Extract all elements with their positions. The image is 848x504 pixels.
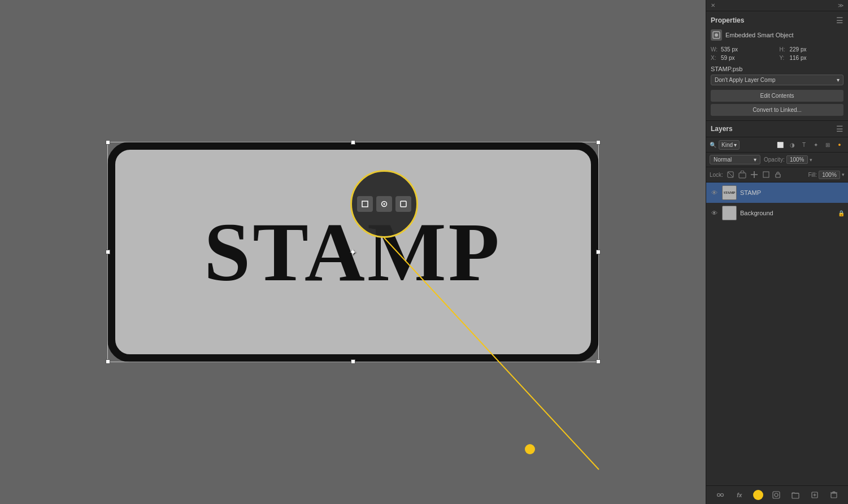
- layer-comp-dropdown[interactable]: Don't Apply Layer Comp ▾: [711, 75, 843, 85]
- lock-artboard-icon[interactable]: [761, 170, 771, 180]
- new-layer-color-icon[interactable]: [753, 490, 763, 500]
- handle-top-left[interactable]: [106, 140, 110, 145]
- layer-item-stamp[interactable]: 👁 STAMP STAMP: [706, 183, 848, 203]
- layers-section: Layers ☰ 🔍 Kind ▾ ⬜ ◑ T ✦ ⊞ ● Normal ▾: [706, 121, 848, 504]
- layers-title: Layers: [711, 125, 733, 133]
- handle-top-right[interactable]: [596, 140, 601, 145]
- layer-mask-icon[interactable]: [771, 489, 782, 501]
- fill-row: Fill: 100% ▾: [808, 171, 845, 179]
- layer-thumb-stamp: STAMP: [722, 185, 737, 200]
- layers-menu-icon[interactable]: ☰: [836, 124, 843, 133]
- filter-text-icon[interactable]: T: [799, 140, 809, 150]
- new-layer-icon[interactable]: [809, 489, 820, 501]
- stamp-filename: STAMP.psb: [711, 66, 843, 72]
- zoom-icon-rect1[interactable]: [357, 196, 373, 212]
- smart-object-label: Embedded Smart Object: [725, 32, 793, 38]
- kind-dropdown[interactable]: Kind ▾: [719, 140, 740, 150]
- properties-close-icon[interactable]: ✕: [711, 2, 715, 8]
- svg-rect-0: [362, 201, 368, 207]
- zoom-icon-circle[interactable]: [376, 196, 392, 212]
- canvas-content: STAMP ✦: [107, 142, 599, 362]
- layer-name-stamp: STAMP: [740, 189, 845, 196]
- svg-point-6: [715, 33, 718, 37]
- layer-fx-icon[interactable]: fx: [734, 489, 745, 501]
- right-panel: ✕ ≫ Properties ☰ Embedded Smart Object W…: [706, 0, 848, 504]
- filter-smartobj-icon[interactable]: ⊞: [823, 140, 833, 150]
- stamp-text: STAMP: [204, 204, 502, 300]
- prop-w-label: W:: [711, 46, 719, 53]
- blend-mode-dropdown[interactable]: Normal ▾: [710, 155, 760, 164]
- blend-mode-arrow: ▾: [754, 157, 756, 163]
- lock-icons: [725, 170, 783, 180]
- filter-toggle[interactable]: ●: [834, 140, 845, 150]
- properties-menu-icon[interactable]: ☰: [836, 16, 843, 25]
- properties-header: Properties ☰: [711, 16, 843, 25]
- properties-section: Properties ☰ Embedded Smart Object W: 53…: [706, 11, 848, 121]
- edit-contents-button[interactable]: Edit Contents: [711, 90, 843, 102]
- search-icon: 🔍: [710, 142, 716, 148]
- prop-w: W: 535 px: [711, 46, 775, 53]
- svg-point-15: [720, 494, 723, 497]
- zoom-icon-rect2[interactable]: [395, 196, 411, 212]
- prop-h-value: 229 px: [790, 46, 807, 53]
- layer-visibility-stamp[interactable]: 👁: [710, 188, 719, 197]
- prop-x: X: 59 px: [711, 55, 775, 61]
- handle-bottom-right[interactable]: [596, 359, 601, 364]
- filter-adjustment-icon[interactable]: ◑: [787, 140, 797, 150]
- zoom-circle-inner: [354, 193, 415, 215]
- new-group-icon[interactable]: [790, 489, 801, 501]
- svg-rect-23: [831, 493, 837, 498]
- filter-shape-icon[interactable]: ✦: [811, 140, 821, 150]
- eye-icon-bg: 👁: [711, 210, 717, 216]
- properties-title: Properties: [711, 16, 744, 24]
- filter-pixel-icon[interactable]: ⬜: [775, 140, 785, 150]
- convert-linked-button[interactable]: Convert to Linked...: [711, 104, 843, 116]
- prop-h: H: 229 px: [780, 46, 844, 53]
- svg-rect-9: [739, 173, 746, 178]
- blend-mode-value: Normal: [714, 157, 732, 163]
- delete-layer-icon[interactable]: [828, 489, 840, 501]
- layer-visibility-bg[interactable]: 👁: [710, 208, 719, 218]
- layer-item-background[interactable]: 👁 Background 🔒: [706, 203, 848, 223]
- layers-toolbar: 🔍 Kind ▾ ⬜ ◑ T ✦ ⊞ ●: [706, 137, 848, 153]
- eye-icon-stamp: 👁: [711, 189, 717, 196]
- link-layers-icon[interactable]: [715, 489, 726, 501]
- yellow-dot-annotation: [525, 444, 535, 454]
- layer-filter-icons: ⬜ ◑ T ✦ ⊞ ●: [742, 140, 845, 150]
- layers-list: 👁 STAMP STAMP 👁 Background 🔒: [706, 183, 848, 485]
- properties-collapse-icon[interactable]: ≫: [838, 2, 843, 8]
- kind-arrow: ▾: [734, 142, 737, 148]
- prop-y-label: Y:: [780, 55, 788, 61]
- props-grid: W: 535 px H: 229 px X: 59 px Y: 116 px: [711, 46, 843, 61]
- svg-line-8: [728, 172, 733, 177]
- lock-image-icon[interactable]: [737, 170, 747, 180]
- svg-rect-13: [776, 174, 780, 177]
- layer-comp-value: Don't Apply Layer Comp: [715, 77, 776, 83]
- prop-y: Y: 116 px: [780, 55, 844, 61]
- lock-all-icon[interactable]: [773, 170, 783, 180]
- layer-lock-bg-icon: 🔒: [838, 210, 845, 216]
- stamp-image: STAMP: [107, 142, 599, 362]
- prop-h-label: H:: [780, 46, 788, 53]
- prop-y-value: 116 px: [790, 55, 807, 61]
- prop-x-value: 59 px: [721, 55, 734, 61]
- opacity-arrow: ▾: [810, 157, 812, 163]
- svg-rect-12: [763, 172, 769, 177]
- svg-point-14: [717, 494, 720, 497]
- fill-value: 100%: [819, 171, 840, 179]
- layers-blend: Normal ▾ Opacity: 100% ▾: [706, 153, 848, 167]
- layer-name-bg: Background: [740, 210, 834, 216]
- layers-footer: fx: [706, 485, 848, 504]
- lock-position-icon[interactable]: [749, 170, 759, 180]
- properties-top-bar: ✕ ≫: [706, 0, 848, 11]
- handle-bottom-left[interactable]: [106, 359, 110, 364]
- lock-transparent-icon[interactable]: [725, 170, 736, 180]
- svg-point-18: [775, 493, 778, 497]
- prop-buttons: Edit Contents Convert to Linked...: [711, 90, 843, 116]
- kind-label: Kind: [721, 142, 733, 148]
- prop-w-value: 535 px: [721, 46, 738, 53]
- prop-x-label: X:: [711, 55, 719, 61]
- smart-object-header: Embedded Smart Object: [711, 29, 843, 41]
- layer-thumb-bg: [722, 206, 737, 220]
- layers-header: Layers ☰: [706, 121, 848, 137]
